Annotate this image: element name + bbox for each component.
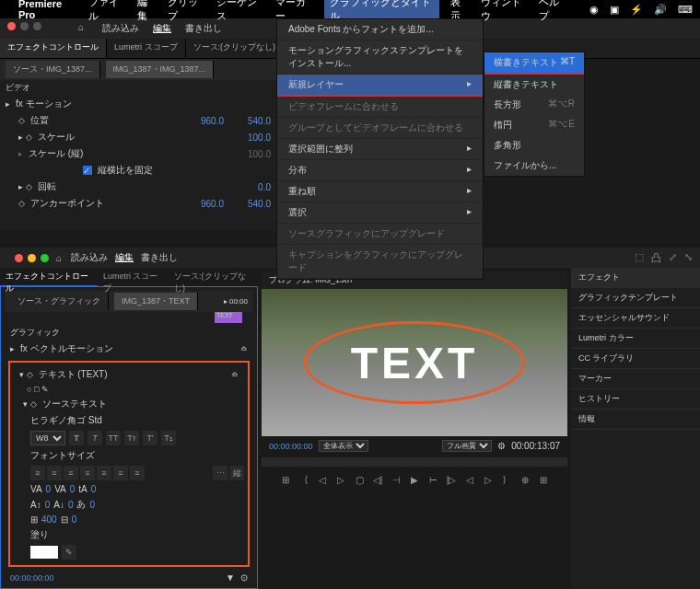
settings-icon[interactable]: ⚙ (497, 441, 506, 451)
menu-install-mogrt[interactable]: モーショングラフィックステンプレートをインストール... (277, 40, 483, 75)
timecode[interactable]: 00:00:00:00 (10, 573, 54, 583)
maximize-icon[interactable] (33, 22, 41, 30)
stop-button[interactable]: ▢ (352, 472, 367, 487)
menu-help[interactable]: ヘルプ (539, 0, 567, 23)
superscript-button[interactable]: T' (143, 431, 158, 445)
panel-info[interactable]: 情報 (571, 410, 700, 430)
panel-cc-libraries[interactable]: CC ライブラリ (571, 349, 700, 369)
tab-lumetri-scopes[interactable]: Lumetri スコープ (107, 39, 186, 58)
vector-motion[interactable]: ▸ fx ベクトルモーション≏ (5, 341, 253, 357)
checkbox-icon[interactable]: ✓ (83, 166, 92, 175)
source-tab-graphic[interactable]: ソース・グラフィック (10, 293, 109, 310)
font-name[interactable]: ヒラギノ角ゴ Std (30, 414, 102, 427)
kerning-value[interactable]: 0 (46, 484, 52, 494)
mask-icons[interactable]: ○ □ ✎ (14, 383, 244, 396)
program-scrubber[interactable] (262, 457, 567, 467)
prop-uniform-scale[interactable]: ✓縦横比を固定 (0, 162, 276, 179)
menu-clip[interactable]: クリップ (168, 0, 205, 23)
workspace-icon[interactable]: ⬚ (635, 251, 644, 265)
share-icon[interactable]: 凸 (651, 251, 661, 265)
align-top-button[interactable]: ≡ (97, 466, 111, 480)
aki-value[interactable]: 0 (89, 500, 95, 510)
allcaps-button[interactable]: TT (106, 431, 121, 445)
menu-new-layer[interactable]: 新規レイヤー▸ (277, 75, 483, 97)
submenu-horizontal-text[interactable]: 横書きテキスト⌘T (484, 52, 584, 75)
text-section[interactable]: ▾ ◇ テキスト (TEXT)≏ (14, 366, 244, 383)
quality-select[interactable]: フル画質 (442, 440, 492, 452)
menu-select[interactable]: 選択▸ (277, 202, 483, 224)
panel-essential-sound[interactable]: エッセンシャルサウンド (571, 308, 700, 329)
workspace-import[interactable]: 読み込み (71, 251, 108, 264)
filter-icon[interactable]: ▼ (226, 572, 235, 583)
extract-button[interactable]: ⊞ (536, 472, 551, 487)
bold-button[interactable]: T (69, 431, 84, 445)
tsume-value[interactable]: 0 (91, 484, 97, 494)
prop-motion[interactable]: ▸ fx モーション (0, 96, 276, 112)
tab-lumetri-scopes[interactable]: Lumetri スコープ (98, 268, 169, 286)
tab-effect-controls[interactable]: エフェクトコントロール (0, 268, 98, 286)
cc-icon[interactable]: ◉ (589, 4, 599, 16)
workspace-export[interactable]: 書き出し (185, 22, 222, 35)
source-tab-2[interactable]: IMG_1387・IMG_1387... (106, 61, 215, 78)
program-preview[interactable]: TEXT (262, 289, 567, 436)
next-frame-button[interactable]: |▷ (444, 472, 459, 487)
volume-icon[interactable]: 🔊 (654, 4, 667, 16)
display-icon[interactable]: ▣ (610, 4, 619, 16)
prop-position[interactable]: ◇ 位置960.0540.0 (0, 112, 276, 129)
options-icon[interactable]: ⋯ (213, 466, 228, 480)
mark-out-button[interactable]: ｝ (499, 472, 514, 487)
menu-edit[interactable]: 編集 (137, 0, 157, 23)
prop-rotation[interactable]: ▸ ◇ 回転0.0 (0, 179, 276, 195)
panel-history[interactable]: ヒストリー (571, 389, 700, 410)
minimize-icon[interactable] (20, 22, 29, 30)
submenu-vertical-text[interactable]: 縦書きテキスト (484, 75, 584, 95)
quick-export-icon[interactable]: ⤢ (669, 251, 677, 265)
pin-icon[interactable]: ⊙ (240, 572, 248, 583)
prev-frame-button[interactable]: ◁| (370, 472, 385, 487)
align-bottom-button[interactable]: ≡ (130, 466, 145, 480)
workspace-export[interactable]: 書き出し (141, 251, 178, 264)
font-weight-select[interactable]: W8 (30, 431, 65, 445)
workspace-edit[interactable]: 編集 (153, 22, 171, 35)
go-to-out-button[interactable]: ▷ (481, 472, 496, 487)
go-to-previous-button[interactable]: ⊣ (389, 472, 403, 487)
play-button[interactable]: ▶ (407, 472, 422, 487)
smallcaps-button[interactable]: Tт (124, 431, 139, 445)
align-center-button[interactable]: ≡ (47, 466, 62, 480)
step-fwd-button[interactable]: ◁ (462, 472, 477, 487)
align-right-button[interactable]: ≡ (64, 466, 78, 480)
tab-source[interactable]: ソース:(クリップなし) (169, 268, 258, 286)
step-back-button[interactable]: ▷ (333, 472, 348, 487)
source-tab-1[interactable]: ソース・IMG_1387... (6, 61, 100, 78)
menu-adobe-fonts[interactable]: Adobe Fonts からフォントを追加... (277, 19, 483, 40)
input-icon[interactable]: ⌨ (678, 4, 693, 16)
submenu-rectangle[interactable]: 長方形⌘⌥R (484, 95, 584, 115)
baseline-value[interactable]: 0 (68, 500, 74, 510)
panel-effects[interactable]: エフェクト (571, 268, 700, 288)
panel-markers[interactable]: マーカー (571, 369, 700, 389)
tab-effect-controls[interactable]: エフェクトコントロール (0, 39, 107, 58)
align-justify-button[interactable]: ≡ (80, 466, 95, 480)
source-tab-text[interactable]: IMG_1387・TEXT (114, 293, 198, 310)
source-text[interactable]: ▾ ◇ ソーステキスト (14, 396, 244, 412)
submenu-polygon[interactable]: 多角形 (484, 135, 584, 156)
home-icon[interactable]: ⌂ (56, 253, 62, 263)
program-tc-left[interactable]: 00:00:00:00 (269, 442, 313, 451)
tracking-value[interactable]: 0 (70, 484, 76, 494)
submenu-from-file[interactable]: ファイルから... (484, 156, 584, 176)
maximize-icon[interactable] (41, 254, 49, 262)
prop-scale[interactable]: ▸ ◇ スケール100.0 (0, 129, 276, 145)
menu-app[interactable]: Premiere Pro (18, 0, 77, 20)
italic-button[interactable]: T (88, 431, 102, 445)
tategaki-icon[interactable]: 縦 (229, 466, 244, 480)
panel-lumetri-color[interactable]: Lumetri カラー (571, 329, 700, 349)
menu-window[interactable]: ウィンドウ (481, 0, 528, 23)
go-to-next-button[interactable]: ⊢ (426, 472, 440, 487)
workspace-edit[interactable]: 編集 (115, 251, 134, 264)
tab-source[interactable]: ソース:(クリップなし) (186, 39, 285, 58)
mark-in-button[interactable]: ｛ (297, 472, 311, 487)
close-icon[interactable] (7, 22, 16, 30)
add-marker-button[interactable]: ⊞ (278, 472, 293, 487)
fullscreen-icon[interactable]: ⤡ (684, 251, 693, 265)
minimize-icon[interactable] (28, 254, 36, 262)
